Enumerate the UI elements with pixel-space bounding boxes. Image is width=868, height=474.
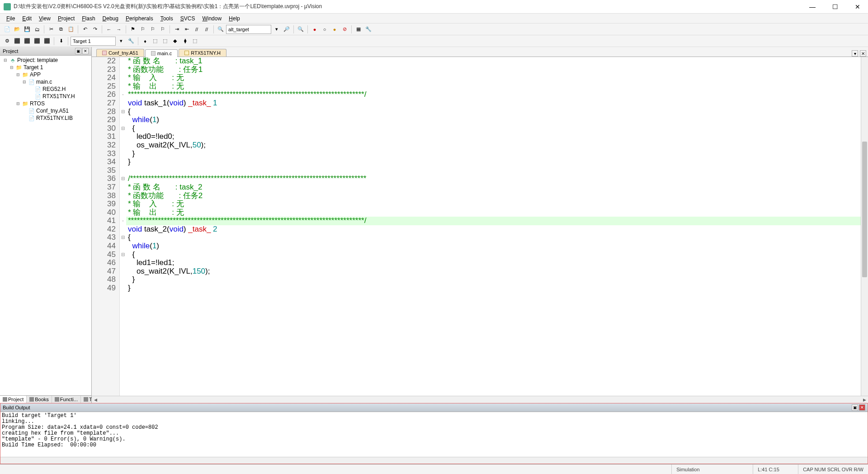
comment-icon[interactable]: // — [192, 25, 201, 34]
undo-icon[interactable]: ↶ — [80, 25, 90, 34]
code-line-43[interactable]: { — [126, 233, 861, 242]
build-icon[interactable]: ⬛ — [13, 37, 22, 46]
code-line-49[interactable]: } — [126, 284, 861, 293]
code-line-45[interactable]: { — [126, 251, 861, 259]
breakpoint-enable-icon[interactable]: ○ — [320, 25, 329, 34]
tree-file-rtx51tny-lib[interactable]: 📄RTX51TNY.LIB — [1, 114, 90, 122]
paste-icon[interactable]: 📋 — [66, 25, 75, 34]
panel-pin-icon[interactable]: ▣ — [75, 48, 81, 54]
code-line-25[interactable]: * 输 出 : 无 — [126, 82, 861, 91]
code-line-39[interactable]: * 输 入 : 无 — [126, 200, 861, 209]
code-line-46[interactable]: led1=!led1; — [126, 259, 861, 267]
bookmark-next-icon[interactable]: ⚐ — [148, 25, 157, 34]
cut-icon[interactable]: ✂ — [47, 25, 56, 34]
indent-icon[interactable]: ⇥ — [172, 25, 181, 34]
project-tab-project[interactable]: Project — [0, 396, 27, 403]
project-tree[interactable]: ⊟⬘Project: template⊟📁Target 1⊟📁APP⊟📄main… — [0, 56, 91, 395]
batch-build-icon[interactable]: ⬛ — [33, 37, 42, 46]
panel-close-icon[interactable]: ✕ — [859, 404, 865, 411]
find-combo[interactable]: alt_target — [226, 25, 271, 34]
menu-file[interactable]: File — [3, 14, 19, 23]
pack-prev-icon[interactable]: ⧫ — [180, 37, 189, 46]
code-line-37[interactable]: * 函 数 名 : task_2 — [126, 183, 861, 192]
editor-tab-main-c[interactable]: main.c — [145, 49, 178, 57]
code-body[interactable]: * 函 数 名 : task_1* 函数功能 : 任务1* 输 入 : 无* 输… — [126, 57, 861, 396]
code-line-48[interactable]: } — [126, 275, 861, 284]
code-line-26[interactable]: ****************************************… — [126, 90, 861, 99]
code-line-33[interactable]: } — [126, 150, 861, 158]
code-line-42[interactable]: void task_2(void) _task_ 2 — [126, 225, 861, 234]
code-line-22[interactable]: * 函 数 名 : task_1 — [126, 57, 861, 66]
code-line-24[interactable]: * 输 入 : 无 — [126, 74, 861, 82]
tab-dropdown-icon[interactable]: ▾ — [852, 50, 858, 57]
project-tab-books[interactable]: Books — [27, 396, 52, 403]
fold-column[interactable]: -⊟⊟⊟-⊟⊟ — [120, 57, 126, 396]
window-layout-icon[interactable]: ▦ — [354, 25, 363, 34]
tree-target[interactable]: ⊟📁Target 1 — [1, 64, 90, 71]
save-icon[interactable]: 💾 — [23, 25, 32, 34]
tree-file-reg52-h[interactable]: 📄REG52.H — [1, 85, 90, 93]
close-button[interactable]: ✕ — [851, 3, 864, 10]
new-file-icon[interactable]: 📄 — [3, 25, 12, 34]
build-output-text[interactable]: Build target 'Target 1' linking... Progr… — [0, 412, 868, 457]
target-dropdown-icon[interactable]: ▾ — [117, 37, 126, 46]
tree-file-rtx51tny-h[interactable]: 📄RTX51TNY.H — [1, 93, 90, 100]
code-line-44[interactable]: while(1) — [126, 242, 861, 251]
code-line-36[interactable]: /***************************************… — [126, 175, 861, 183]
maximize-button[interactable]: ☐ — [828, 3, 842, 10]
code-line-32[interactable]: os_wait2(K_IVL,50); — [126, 141, 861, 150]
tree-file-conf-tny-a51[interactable]: 📄Conf_tny.A51 — [1, 107, 90, 114]
code-line-40[interactable]: * 输 出 : 无 — [126, 209, 861, 217]
open-file-icon[interactable]: 📂 — [13, 25, 22, 34]
rebuild-icon[interactable]: ⬛ — [23, 37, 32, 46]
configure-icon[interactable]: 🔧 — [364, 25, 373, 34]
code-line-41[interactable]: ****************************************… — [126, 217, 861, 225]
download-icon[interactable]: ⬇ — [57, 37, 66, 46]
tree-file-main-c[interactable]: ⊟📄main.c — [1, 78, 90, 85]
select-packs-icon[interactable]: ⬚ — [160, 37, 170, 46]
build-horizontal-scrollbar[interactable] — [0, 457, 868, 464]
breakpoint-disable-icon[interactable]: ● — [330, 25, 339, 34]
scroll-left-icon[interactable]: ◀ — [92, 396, 99, 403]
manage-components-icon[interactable]: ♦ — [141, 37, 150, 46]
nav-back-icon[interactable]: ← — [104, 25, 113, 34]
code-line-31[interactable]: led0=!led0; — [126, 133, 861, 141]
code-line-34[interactable]: } — [126, 158, 861, 166]
code-line-27[interactable]: void task_1(void) _task_ 1 — [126, 99, 861, 108]
uncomment-icon[interactable]: // — [202, 25, 211, 34]
menu-window[interactable]: Window — [198, 14, 225, 23]
code-line-47[interactable]: os_wait2(K_IVL,150); — [126, 267, 861, 276]
pack-next-icon[interactable]: ⬚ — [190, 37, 199, 46]
outdent-icon[interactable]: ⇤ — [182, 25, 191, 34]
manage-rte-icon[interactable]: ⬚ — [151, 37, 160, 46]
code-editor[interactable]: 2223242526272829303132333435363738394041… — [92, 57, 868, 396]
editor-tab-rtx51tny-h[interactable]: RTX51TNY.H — [179, 49, 226, 57]
project-tab-functi[interactable]: Functi... — [52, 396, 81, 403]
breakpoint-kill-icon[interactable]: ⊘ — [340, 25, 349, 34]
panel-pin-icon[interactable]: ▣ — [852, 404, 858, 411]
scroll-right-icon[interactable]: ▶ — [861, 396, 868, 403]
stop-build-icon[interactable]: ⬛ — [42, 37, 52, 46]
code-line-30[interactable]: { — [126, 124, 861, 133]
debug-icon[interactable]: 🔍 — [296, 25, 305, 34]
bookmark-flag-icon[interactable]: ⚑ — [128, 25, 137, 34]
code-line-28[interactable]: { — [126, 108, 861, 116]
breakpoint-insert-icon[interactable]: ● — [310, 25, 319, 34]
menu-peripherals[interactable]: Peripherals — [122, 14, 157, 23]
panel-close-icon[interactable]: ✕ — [82, 48, 89, 54]
find-in-files-icon[interactable]: 🔍 — [216, 25, 225, 34]
translate-file-icon[interactable]: ⚙ — [3, 37, 12, 46]
tree-project-root[interactable]: ⊟⬘Project: template — [1, 57, 90, 64]
menu-view[interactable]: View — [35, 14, 54, 23]
menu-debug[interactable]: Debug — [99, 14, 122, 23]
vertical-scrollbar[interactable] — [861, 57, 868, 396]
copy-icon[interactable]: ⧉ — [57, 25, 66, 34]
incremental-find-icon[interactable]: 🔎 — [282, 25, 291, 34]
redo-icon[interactable]: ↷ — [90, 25, 99, 34]
menu-project[interactable]: Project — [54, 14, 78, 23]
find-scope-icon[interactable]: ▾ — [272, 25, 281, 34]
tree-group-rtos[interactable]: ⊟📁RTOS — [1, 100, 90, 107]
menu-edit[interactable]: Edit — [19, 14, 35, 23]
bookmark-clear-icon[interactable]: ⚐ — [158, 25, 167, 34]
code-line-23[interactable]: * 函数功能 : 任务1 — [126, 66, 861, 74]
